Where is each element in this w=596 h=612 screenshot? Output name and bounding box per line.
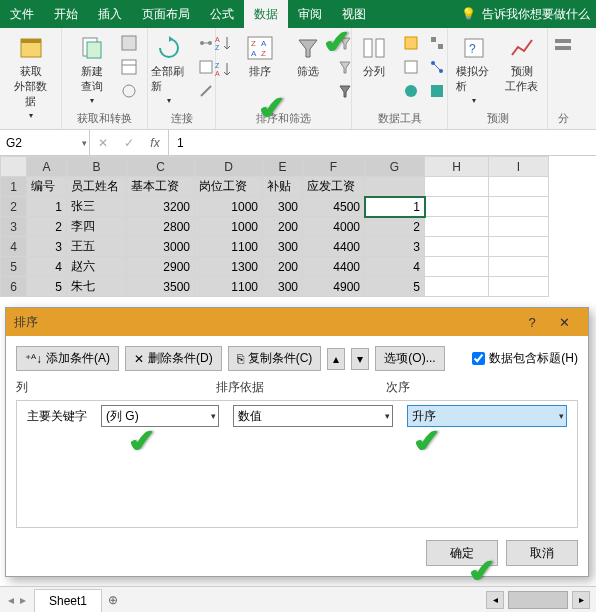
cell[interactable]: 王五 bbox=[67, 237, 127, 257]
cell[interactable]: 300 bbox=[263, 197, 303, 217]
row-header[interactable]: 5 bbox=[1, 257, 27, 277]
get-external-data-button[interactable]: 获取 外部数据 ▾ bbox=[6, 32, 55, 122]
cell[interactable]: 1 bbox=[365, 197, 425, 217]
cell[interactable]: 基本工资 bbox=[127, 177, 195, 197]
sort-desc-icon[interactable]: ZA bbox=[212, 58, 234, 80]
sort-asc-icon[interactable]: AZ bbox=[212, 32, 234, 54]
from-table-icon[interactable] bbox=[118, 56, 140, 78]
cell[interactable]: 3200 bbox=[127, 197, 195, 217]
forecast-sheet-button[interactable]: 预测 工作表 bbox=[500, 32, 544, 96]
tab-nav-next-icon[interactable]: ▸ bbox=[20, 593, 26, 607]
cell[interactable]: 员工姓名 bbox=[67, 177, 127, 197]
tab-home[interactable]: 开始 bbox=[44, 0, 88, 28]
cell[interactable]: 3 bbox=[27, 237, 67, 257]
consolidate-icon[interactable] bbox=[426, 32, 448, 54]
cell[interactable]: 3 bbox=[365, 237, 425, 257]
formula-input[interactable]: 1 bbox=[169, 130, 596, 155]
cancel-icon[interactable]: ✕ bbox=[90, 136, 116, 150]
col-header[interactable]: B bbox=[67, 157, 127, 177]
cell[interactable]: 1000 bbox=[195, 217, 263, 237]
cell[interactable]: 3500 bbox=[127, 277, 195, 297]
cell[interactable]: 5 bbox=[27, 277, 67, 297]
row-header[interactable]: 4 bbox=[1, 237, 27, 257]
sheet-tab[interactable]: Sheet1 bbox=[34, 589, 102, 612]
has-header-checkbox[interactable]: 数据包含标题(H) bbox=[472, 350, 578, 367]
col-header[interactable]: A bbox=[27, 157, 67, 177]
recent-sources-icon[interactable] bbox=[118, 80, 140, 102]
cell[interactable]: 朱七 bbox=[67, 277, 127, 297]
cell[interactable]: 2900 bbox=[127, 257, 195, 277]
tab-data[interactable]: 数据 bbox=[244, 0, 288, 28]
row-header[interactable]: 3 bbox=[1, 217, 27, 237]
refresh-all-button[interactable]: 全部刷新 ▾ bbox=[147, 32, 191, 107]
manage-model-icon[interactable] bbox=[426, 80, 448, 102]
cell[interactable]: 赵六 bbox=[67, 257, 127, 277]
new-sheet-button[interactable]: ⊕ bbox=[102, 593, 124, 607]
tab-formulas[interactable]: 公式 bbox=[200, 0, 244, 28]
cell[interactable]: 300 bbox=[263, 237, 303, 257]
scroll-left-icon[interactable]: ◂ bbox=[486, 591, 504, 609]
cell[interactable]: 4000 bbox=[303, 217, 365, 237]
remove-dup-icon[interactable] bbox=[400, 56, 422, 78]
sort-button[interactable]: ZAAZ 排序 bbox=[238, 32, 282, 81]
cell[interactable]: 1100 bbox=[195, 237, 263, 257]
close-button[interactable]: ✕ bbox=[548, 315, 580, 330]
name-box[interactable]: G2 ▾ bbox=[0, 130, 90, 155]
tab-view[interactable]: 视图 bbox=[332, 0, 376, 28]
tab-layout[interactable]: 页面布局 bbox=[132, 0, 200, 28]
whatif-button[interactable]: ? 模拟分析 ▾ bbox=[452, 32, 496, 107]
scrollbar[interactable] bbox=[508, 591, 568, 609]
flash-fill-icon[interactable] bbox=[400, 32, 422, 54]
row-header[interactable]: 1 bbox=[1, 177, 27, 197]
cell[interactable]: 岗位工资 bbox=[195, 177, 263, 197]
enter-icon[interactable]: ✓ bbox=[116, 136, 142, 150]
cell[interactable]: 200 bbox=[263, 257, 303, 277]
cell[interactable]: 3000 bbox=[127, 237, 195, 257]
tell-me[interactable]: 告诉我你想要做什么 bbox=[482, 6, 590, 23]
tab-file[interactable]: 文件 bbox=[0, 0, 44, 28]
cell[interactable]: 1 bbox=[27, 197, 67, 217]
cancel-button[interactable]: 取消 bbox=[506, 540, 578, 566]
copy-condition-button[interactable]: ⎘复制条件(C) bbox=[228, 346, 322, 371]
cell[interactable]: 4900 bbox=[303, 277, 365, 297]
fx-icon[interactable]: fx bbox=[142, 136, 168, 150]
cell[interactable]: 2800 bbox=[127, 217, 195, 237]
tab-review[interactable]: 审阅 bbox=[288, 0, 332, 28]
col-header[interactable]: D bbox=[195, 157, 263, 177]
cell[interactable]: 200 bbox=[263, 217, 303, 237]
cell[interactable]: 4 bbox=[365, 257, 425, 277]
cell[interactable]: 1000 bbox=[195, 197, 263, 217]
cell[interactable]: 2 bbox=[365, 217, 425, 237]
cell[interactable]: 4400 bbox=[303, 257, 365, 277]
col-header[interactable]: E bbox=[263, 157, 303, 177]
move-down-button[interactable]: ▾ bbox=[351, 348, 369, 370]
worksheet[interactable]: ABCDEFGHI1编号员工姓名基本工资岗位工资补贴应发工资21张三320010… bbox=[0, 156, 596, 297]
cell[interactable]: 4400 bbox=[303, 237, 365, 257]
relationships-icon[interactable] bbox=[426, 56, 448, 78]
tab-nav-prev-icon[interactable]: ◂ bbox=[8, 593, 14, 607]
col-header[interactable]: H bbox=[425, 157, 489, 177]
filter-button[interactable]: 筛选 bbox=[286, 32, 330, 81]
dialog-titlebar[interactable]: 排序 ? ✕ bbox=[6, 308, 588, 336]
cell[interactable]: 5 bbox=[365, 277, 425, 297]
add-condition-button[interactable]: ⁺ᴬ↓添加条件(A) bbox=[16, 346, 119, 371]
options-button[interactable]: 选项(O)... bbox=[375, 346, 444, 371]
sort-on-combo[interactable]: 数值▾ bbox=[233, 405, 393, 427]
col-header[interactable]: C bbox=[127, 157, 195, 177]
scroll-right-icon[interactable]: ▸ bbox=[572, 591, 590, 609]
cell[interactable]: 李四 bbox=[67, 217, 127, 237]
col-header[interactable]: F bbox=[303, 157, 365, 177]
cell[interactable]: 4500 bbox=[303, 197, 365, 217]
row-header[interactable]: 2 bbox=[1, 197, 27, 217]
cell[interactable]: 编号 bbox=[27, 177, 67, 197]
new-query-button[interactable]: 新建 查询 ▾ bbox=[70, 32, 114, 107]
cell[interactable]: 应发工资 bbox=[303, 177, 365, 197]
outline-button[interactable] bbox=[541, 32, 585, 64]
show-queries-icon[interactable] bbox=[118, 32, 140, 54]
cell[interactable]: 4 bbox=[27, 257, 67, 277]
row-header[interactable]: 6 bbox=[1, 277, 27, 297]
tab-insert[interactable]: 插入 bbox=[88, 0, 132, 28]
name-box-dropdown-icon[interactable]: ▾ bbox=[82, 138, 87, 148]
cell[interactable]: 张三 bbox=[67, 197, 127, 217]
ok-button[interactable]: 确定 bbox=[426, 540, 498, 566]
